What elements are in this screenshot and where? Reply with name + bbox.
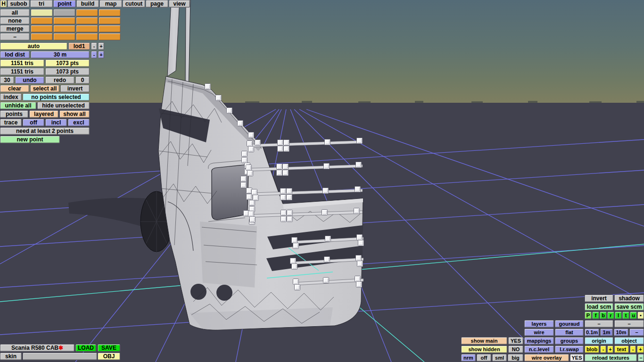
redo-button[interactable]: redo — [45, 76, 74, 84]
subobject-cell[interactable] — [31, 17, 53, 25]
subobject-all-button[interactable]: all — [0, 9, 30, 16]
show-all-button[interactable]: show all — [59, 110, 90, 118]
trace-label[interactable]: trace — [0, 119, 22, 126]
subobject-cell[interactable] — [76, 9, 98, 16]
proj-r-button[interactable]: r — [607, 312, 614, 319]
lod-minus-button[interactable]: - — [91, 42, 97, 50]
proj-f-button[interactable]: f — [592, 312, 599, 319]
wire-button[interactable]: wire — [524, 329, 554, 336]
text-button[interactable]: text — [614, 346, 629, 353]
lod-dist-label[interactable]: lod dist — [0, 51, 30, 58]
undo-button[interactable]: undo — [15, 76, 44, 84]
grid-1m-button[interactable]: 1m — [600, 329, 613, 336]
text-plus-button[interactable]: + — [637, 346, 644, 353]
subobject-cell[interactable] — [31, 9, 53, 16]
nrm-sml-button[interactable]: sml — [492, 354, 507, 362]
skin-field[interactable] — [23, 353, 97, 360]
points-button[interactable]: points — [0, 110, 28, 118]
subobject-cell[interactable] — [53, 17, 75, 25]
hide-unselected-button[interactable]: hide unselected — [37, 102, 90, 109]
subobject-cell[interactable] — [31, 25, 53, 33]
save-scm-button[interactable]: save scm — [614, 303, 644, 311]
subobject-cell[interactable] — [99, 9, 121, 16]
proj-l-button[interactable]: l — [615, 312, 622, 319]
subobject-cell[interactable] — [53, 9, 75, 16]
subobject-cell[interactable] — [53, 33, 75, 41]
lod-dist-minus-button[interactable]: - — [91, 51, 97, 58]
trace-excl-button[interactable]: excl — [68, 119, 90, 126]
groups-button[interactable]: groups — [555, 337, 584, 345]
subobject-cell[interactable] — [53, 25, 75, 33]
proj-u-button[interactable]: u — [630, 312, 637, 319]
blob-plus-button[interactable]: + — [607, 346, 613, 353]
lod-current-button[interactable]: lod1 — [68, 42, 90, 50]
grid-01m-button[interactable]: 0.1m — [585, 329, 599, 336]
trace-off-button[interactable]: off — [23, 119, 44, 126]
shadow-button[interactable]: shadow — [614, 295, 644, 302]
object-button[interactable]: object — [614, 337, 644, 345]
gouraud-button[interactable]: gouraud — [555, 320, 584, 328]
proj-p-button[interactable]: P — [585, 312, 592, 319]
unhide-all-button[interactable]: unhide all — [0, 102, 36, 109]
text-minus-button[interactable]: - — [630, 346, 636, 353]
subobject-cell[interactable] — [76, 33, 98, 41]
obj-export-button[interactable]: OBJ — [98, 353, 120, 360]
proj-dot-button[interactable]: • — [637, 312, 644, 319]
tab-build[interactable]: build — [76, 0, 99, 8]
layers-button[interactable]: layers — [524, 320, 554, 328]
subobject-cell[interactable] — [99, 33, 121, 41]
trace-incl-button[interactable]: incl — [45, 119, 67, 126]
flat-button[interactable]: flat — [555, 329, 584, 336]
tab-tri[interactable]: tri — [30, 0, 53, 8]
subobject-none-button[interactable]: none — [0, 17, 30, 25]
nrm-off-button[interactable]: off — [477, 354, 491, 362]
lod-dist-plus-button[interactable]: + — [98, 51, 104, 58]
subobject-cell[interactable] — [31, 33, 53, 41]
wire-overlay-button[interactable]: wire overlay — [524, 354, 569, 362]
invert-selection-button[interactable]: invert — [60, 85, 90, 92]
index-button[interactable]: index — [0, 93, 22, 101]
save-button[interactable]: SAVE — [98, 344, 120, 352]
tab-view[interactable]: view — [169, 0, 190, 8]
new-point-button[interactable]: new point — [0, 136, 60, 143]
blob-button[interactable]: blob — [585, 346, 599, 353]
nclevel-button[interactable]: n.c.level — [524, 346, 554, 353]
dash-button-2[interactable]: – — [614, 320, 644, 328]
dash-button-1[interactable]: – — [585, 320, 613, 328]
subobject-cell[interactable] — [76, 17, 98, 25]
proj-t-button[interactable]: t — [622, 312, 629, 319]
show-main-value[interactable]: YES — [508, 337, 523, 345]
model-name-button[interactable]: Scania R580 CAB✱ — [0, 344, 74, 352]
subobject-minus-button[interactable]: – — [0, 33, 30, 41]
show-hidden-value[interactable]: NO — [508, 346, 523, 353]
show-main-button[interactable]: show main — [461, 337, 507, 345]
mappings-button[interactable]: mappings — [524, 337, 554, 345]
show-hidden-button[interactable]: show hidden — [461, 346, 507, 353]
blob-minus-button[interactable]: - — [600, 346, 606, 353]
lod-plus-button[interactable]: + — [98, 42, 104, 50]
origin-button[interactable]: origin — [585, 337, 613, 345]
wire-overlay-value[interactable]: YES — [570, 354, 584, 362]
tab-map[interactable]: map — [99, 0, 122, 8]
tab-page[interactable]: page — [146, 0, 168, 8]
clear-button[interactable]: clear — [0, 85, 29, 92]
tab-cutout[interactable]: cutout — [123, 0, 145, 8]
nrm-button[interactable]: nrm — [461, 354, 476, 362]
subobject-cell[interactable] — [99, 25, 121, 33]
tab-subob[interactable]: subob — [8, 0, 30, 8]
grid-10m-button[interactable]: 10m — [614, 329, 628, 336]
lod-dist-value[interactable]: 30 m — [31, 51, 90, 58]
select-all-button[interactable]: select all — [30, 85, 59, 92]
reload-textures-button[interactable]: reload textures — [585, 354, 637, 362]
proj-b-button[interactable]: b — [600, 312, 607, 319]
layered-button[interactable]: layered — [29, 110, 58, 118]
invert-button[interactable]: invert — [585, 295, 613, 302]
subobject-cell[interactable] — [76, 25, 98, 33]
nrm-big-button[interactable]: big — [508, 354, 523, 362]
subobject-cell[interactable] — [99, 17, 121, 25]
tab-h[interactable]: H — [0, 0, 7, 8]
lod-auto-button[interactable]: auto — [0, 42, 67, 50]
load-button[interactable]: LOAD — [75, 344, 96, 352]
skin-button[interactable]: skin — [0, 353, 22, 360]
tab-point[interactable]: point — [53, 0, 76, 8]
